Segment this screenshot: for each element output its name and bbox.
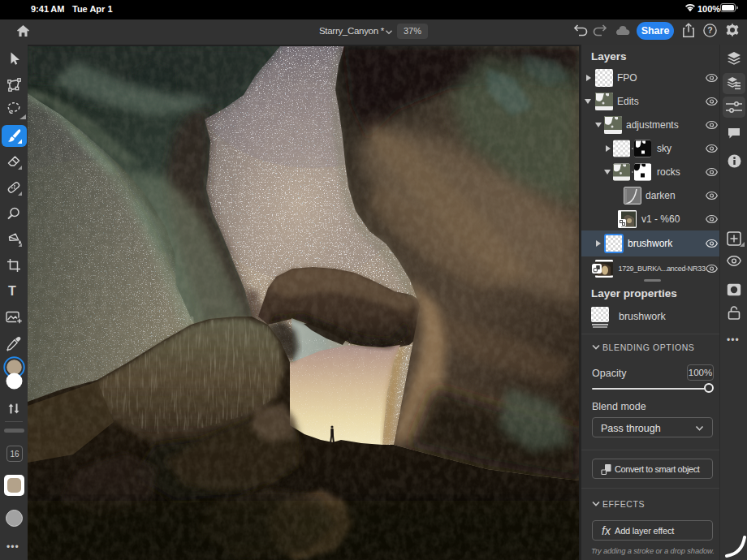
svg-text:?: ? [707, 25, 712, 35]
